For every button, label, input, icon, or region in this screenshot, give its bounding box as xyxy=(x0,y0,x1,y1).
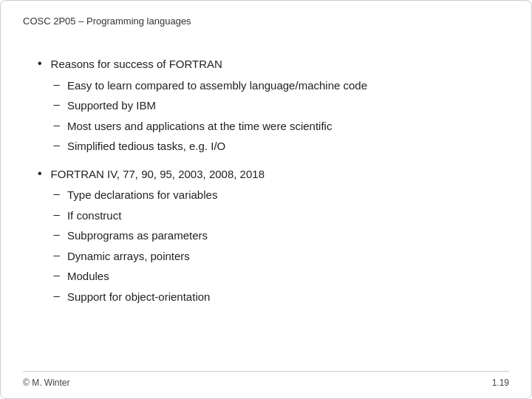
sub-text-1-1: Easy to learn compared to assembly langu… xyxy=(67,78,367,95)
sub-item-2-4: – Dynamic arrays, pointers xyxy=(54,248,265,265)
sub-text-1-2: Supported by IBM xyxy=(67,98,156,115)
sub-item-1-1: – Easy to learn compared to assembly lan… xyxy=(54,78,367,95)
sub-item-2-5: – Modules xyxy=(54,268,265,285)
bullet-dot-1: • xyxy=(38,57,42,70)
sub-text-2-6: Support for object-orientation xyxy=(67,289,210,306)
sub-text-1-4: Simplified tedious tasks, e.g. I/O xyxy=(67,138,225,155)
footer-copyright: © M. Winter xyxy=(23,378,70,388)
bullet-1-main: Reasons for success of FORTRAN xyxy=(51,56,367,73)
dash-1-2: – xyxy=(54,98,60,110)
bullet-dot-2: • xyxy=(38,167,42,180)
sub-item-2-3: – Subprograms as parameters xyxy=(54,228,265,245)
sub-text-2-2: If construct xyxy=(67,208,121,225)
bullet-2-content: FORTRAN IV, 77, 90, 95, 2003, 2008, 2018… xyxy=(51,166,265,310)
sub-text-2-5: Modules xyxy=(67,268,109,285)
dash-2-6: – xyxy=(54,289,60,301)
sub-item-1-2: – Supported by IBM xyxy=(54,98,367,115)
bullet-2-sub-items: – Type declarations for variables – If c… xyxy=(54,187,265,305)
bullet-2-main: FORTRAN IV, 77, 90, 95, 2003, 2008, 2018 xyxy=(51,166,265,183)
slide-title: COSC 2P05 – Programming languages xyxy=(23,16,509,27)
sub-item-2-6: – Support for object-orientation xyxy=(54,289,265,306)
bullet-item-2: • FORTRAN IV, 77, 90, 95, 2003, 2008, 20… xyxy=(38,166,494,310)
dash-1-1: – xyxy=(54,78,60,90)
footer-page-number: 1.19 xyxy=(492,378,509,388)
dash-1-3: – xyxy=(54,118,60,131)
bullet-item-1: • Reasons for success of FORTRAN – Easy … xyxy=(38,56,494,159)
sub-item-2-1: – Type declarations for variables xyxy=(54,187,265,204)
sub-item-2-2: – If construct xyxy=(54,208,265,225)
dash-2-1: – xyxy=(54,187,60,200)
slide-container: COSC 2P05 – Programming languages • Reas… xyxy=(0,0,532,399)
sub-text-2-4: Dynamic arrays, pointers xyxy=(67,248,190,265)
sub-text-1-3: Most users and applications at the time … xyxy=(67,118,332,135)
dash-2-5: – xyxy=(54,268,60,281)
slide-footer: © M. Winter 1.19 xyxy=(23,371,509,388)
sub-text-2-1: Type declarations for variables xyxy=(67,187,217,204)
dash-1-4: – xyxy=(54,138,60,151)
sub-text-2-3: Subprograms as parameters xyxy=(67,228,208,245)
bullet-1-sub-items: – Easy to learn compared to assembly lan… xyxy=(54,78,367,155)
sub-item-1-4: – Simplified tedious tasks, e.g. I/O xyxy=(54,138,367,155)
content-area: • Reasons for success of FORTRAN – Easy … xyxy=(23,49,509,324)
dash-2-3: – xyxy=(54,228,60,240)
dash-2-2: – xyxy=(54,208,60,220)
sub-item-1-3: – Most users and applications at the tim… xyxy=(54,118,367,135)
bullet-1-content: Reasons for success of FORTRAN – Easy to… xyxy=(51,56,367,159)
dash-2-4: – xyxy=(54,248,60,261)
